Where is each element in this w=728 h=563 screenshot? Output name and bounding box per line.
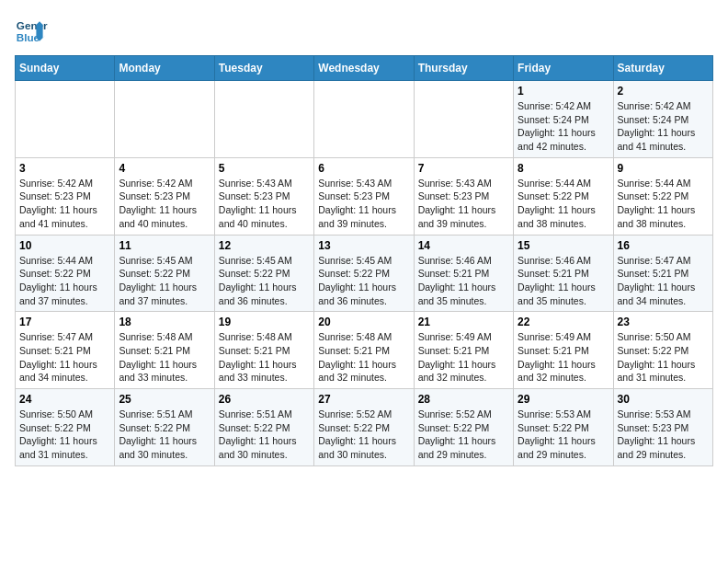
day-info: Sunrise: 5:43 AM Sunset: 5:23 PM Dayligh…: [219, 177, 310, 231]
calendar-cell: 10Sunrise: 5:44 AM Sunset: 5:22 PM Dayli…: [16, 235, 115, 312]
calendar-cell: 2Sunrise: 5:42 AM Sunset: 5:24 PM Daylig…: [613, 81, 712, 158]
logo-icon: General Blue: [15, 15, 48, 48]
weekday-header-sunday: Sunday: [16, 56, 115, 81]
calendar-cell: 9Sunrise: 5:44 AM Sunset: 5:22 PM Daylig…: [613, 157, 712, 235]
day-info: Sunrise: 5:44 AM Sunset: 5:22 PM Dayligh…: [518, 177, 609, 231]
calendar-cell: 16Sunrise: 5:47 AM Sunset: 5:21 PM Dayli…: [613, 235, 712, 312]
day-info: Sunrise: 5:45 AM Sunset: 5:22 PM Dayligh…: [219, 254, 310, 308]
calendar-cell: 5Sunrise: 5:43 AM Sunset: 5:23 PM Daylig…: [214, 157, 313, 235]
day-number: 21: [418, 316, 509, 328]
week-row-3: 10Sunrise: 5:44 AM Sunset: 5:22 PM Dayli…: [16, 235, 713, 312]
day-number: 27: [318, 393, 409, 406]
weekday-header-wednesday: Wednesday: [314, 56, 414, 81]
calendar-cell: 20Sunrise: 5:48 AM Sunset: 5:21 PM Dayli…: [314, 312, 414, 389]
day-info: Sunrise: 5:44 AM Sunset: 5:22 PM Dayligh…: [618, 177, 709, 231]
calendar-cell: 14Sunrise: 5:46 AM Sunset: 5:21 PM Dayli…: [414, 235, 513, 312]
day-info: Sunrise: 5:48 AM Sunset: 5:21 PM Dayligh…: [119, 330, 210, 385]
calendar-cell: 25Sunrise: 5:51 AM Sunset: 5:22 PM Dayli…: [115, 389, 214, 466]
day-info: Sunrise: 5:48 AM Sunset: 5:21 PM Dayligh…: [219, 330, 310, 385]
day-number: 30: [618, 393, 709, 406]
day-number: 1: [518, 85, 609, 98]
weekday-header-row: SundayMondayTuesdayWednesdayThursdayFrid…: [16, 56, 713, 81]
day-number: 25: [119, 393, 210, 406]
calendar-cell: 22Sunrise: 5:49 AM Sunset: 5:21 PM Dayli…: [514, 312, 613, 389]
day-number: 12: [219, 239, 310, 252]
calendar-cell: 29Sunrise: 5:53 AM Sunset: 5:22 PM Dayli…: [514, 389, 613, 466]
calendar-cell: 12Sunrise: 5:45 AM Sunset: 5:22 PM Dayli…: [214, 235, 313, 312]
day-info: Sunrise: 5:42 AM Sunset: 5:24 PM Dayligh…: [518, 99, 609, 154]
day-info: Sunrise: 5:42 AM Sunset: 5:23 PM Dayligh…: [19, 177, 110, 231]
weekday-header-tuesday: Tuesday: [214, 56, 313, 81]
day-number: 20: [318, 316, 409, 328]
calendar-cell: 17Sunrise: 5:47 AM Sunset: 5:21 PM Dayli…: [16, 312, 115, 389]
day-info: Sunrise: 5:49 AM Sunset: 5:21 PM Dayligh…: [418, 330, 509, 385]
day-number: 3: [19, 162, 110, 175]
day-number: 9: [618, 162, 709, 175]
calendar-cell: 1Sunrise: 5:42 AM Sunset: 5:24 PM Daylig…: [514, 81, 613, 158]
calendar-cell: 11Sunrise: 5:45 AM Sunset: 5:22 PM Dayli…: [115, 235, 214, 312]
calendar-cell: 4Sunrise: 5:42 AM Sunset: 5:23 PM Daylig…: [115, 157, 214, 235]
day-info: Sunrise: 5:45 AM Sunset: 5:22 PM Dayligh…: [119, 254, 210, 308]
day-info: Sunrise: 5:46 AM Sunset: 5:21 PM Dayligh…: [418, 254, 509, 308]
day-info: Sunrise: 5:47 AM Sunset: 5:21 PM Dayligh…: [19, 330, 110, 385]
day-number: 5: [219, 162, 310, 175]
calendar-cell: 3Sunrise: 5:42 AM Sunset: 5:23 PM Daylig…: [16, 157, 115, 235]
day-number: 29: [518, 393, 609, 406]
day-info: Sunrise: 5:42 AM Sunset: 5:23 PM Dayligh…: [119, 177, 210, 231]
day-info: Sunrise: 5:47 AM Sunset: 5:21 PM Dayligh…: [618, 254, 709, 308]
day-info: Sunrise: 5:52 AM Sunset: 5:22 PM Dayligh…: [418, 408, 509, 462]
week-row-1: 1Sunrise: 5:42 AM Sunset: 5:24 PM Daylig…: [16, 81, 713, 158]
day-info: Sunrise: 5:51 AM Sunset: 5:22 PM Dayligh…: [119, 408, 210, 462]
day-number: 11: [119, 239, 210, 252]
day-info: Sunrise: 5:48 AM Sunset: 5:21 PM Dayligh…: [318, 330, 409, 385]
week-row-2: 3Sunrise: 5:42 AM Sunset: 5:23 PM Daylig…: [16, 157, 713, 235]
day-info: Sunrise: 5:53 AM Sunset: 5:23 PM Dayligh…: [618, 408, 709, 462]
day-number: 24: [19, 393, 110, 406]
calendar-cell: [214, 81, 313, 158]
day-number: 10: [19, 239, 110, 252]
weekday-header-thursday: Thursday: [414, 56, 513, 81]
weekday-header-monday: Monday: [115, 56, 214, 81]
week-row-5: 24Sunrise: 5:50 AM Sunset: 5:22 PM Dayli…: [16, 389, 713, 466]
day-number: 15: [518, 239, 609, 252]
day-number: 8: [518, 162, 609, 175]
day-number: 13: [318, 239, 409, 252]
day-number: 6: [318, 162, 409, 175]
calendar-cell: 21Sunrise: 5:49 AM Sunset: 5:21 PM Dayli…: [414, 312, 513, 389]
page-header: General Blue: [15, 15, 713, 48]
calendar-cell: 15Sunrise: 5:46 AM Sunset: 5:21 PM Dayli…: [514, 235, 613, 312]
weekday-header-friday: Friday: [514, 56, 613, 81]
day-number: 4: [119, 162, 210, 175]
calendar-cell: 6Sunrise: 5:43 AM Sunset: 5:23 PM Daylig…: [314, 157, 414, 235]
day-info: Sunrise: 5:52 AM Sunset: 5:22 PM Dayligh…: [318, 408, 409, 462]
day-info: Sunrise: 5:46 AM Sunset: 5:21 PM Dayligh…: [518, 254, 609, 308]
calendar-cell: 7Sunrise: 5:43 AM Sunset: 5:23 PM Daylig…: [414, 157, 513, 235]
day-info: Sunrise: 5:43 AM Sunset: 5:23 PM Dayligh…: [318, 177, 409, 231]
day-info: Sunrise: 5:51 AM Sunset: 5:22 PM Dayligh…: [219, 408, 310, 462]
day-info: Sunrise: 5:43 AM Sunset: 5:23 PM Dayligh…: [418, 177, 509, 231]
day-info: Sunrise: 5:53 AM Sunset: 5:22 PM Dayligh…: [518, 408, 609, 462]
calendar-cell: 13Sunrise: 5:45 AM Sunset: 5:22 PM Dayli…: [314, 235, 414, 312]
day-number: 19: [219, 316, 310, 328]
calendar-cell: 8Sunrise: 5:44 AM Sunset: 5:22 PM Daylig…: [514, 157, 613, 235]
calendar-cell: 28Sunrise: 5:52 AM Sunset: 5:22 PM Dayli…: [414, 389, 513, 466]
day-number: 14: [418, 239, 509, 252]
week-row-4: 17Sunrise: 5:47 AM Sunset: 5:21 PM Dayli…: [16, 312, 713, 389]
calendar-cell: [314, 81, 414, 158]
day-number: 26: [219, 393, 310, 406]
day-number: 23: [618, 316, 709, 328]
calendar-cell: 18Sunrise: 5:48 AM Sunset: 5:21 PM Dayli…: [115, 312, 214, 389]
calendar-cell: 19Sunrise: 5:48 AM Sunset: 5:21 PM Dayli…: [214, 312, 313, 389]
day-number: 16: [618, 239, 709, 252]
day-info: Sunrise: 5:45 AM Sunset: 5:22 PM Dayligh…: [318, 254, 409, 308]
logo: General Blue: [15, 15, 48, 48]
day-number: 18: [119, 316, 210, 328]
day-info: Sunrise: 5:49 AM Sunset: 5:21 PM Dayligh…: [518, 330, 609, 385]
day-info: Sunrise: 5:50 AM Sunset: 5:22 PM Dayligh…: [19, 408, 110, 462]
calendar-cell: 30Sunrise: 5:53 AM Sunset: 5:23 PM Dayli…: [613, 389, 712, 466]
weekday-header-saturday: Saturday: [613, 56, 712, 81]
calendar-cell: 23Sunrise: 5:50 AM Sunset: 5:22 PM Dayli…: [613, 312, 712, 389]
calendar-table: SundayMondayTuesdayWednesdayThursdayFrid…: [15, 55, 713, 466]
day-info: Sunrise: 5:42 AM Sunset: 5:24 PM Dayligh…: [618, 99, 709, 154]
day-number: 28: [418, 393, 509, 406]
